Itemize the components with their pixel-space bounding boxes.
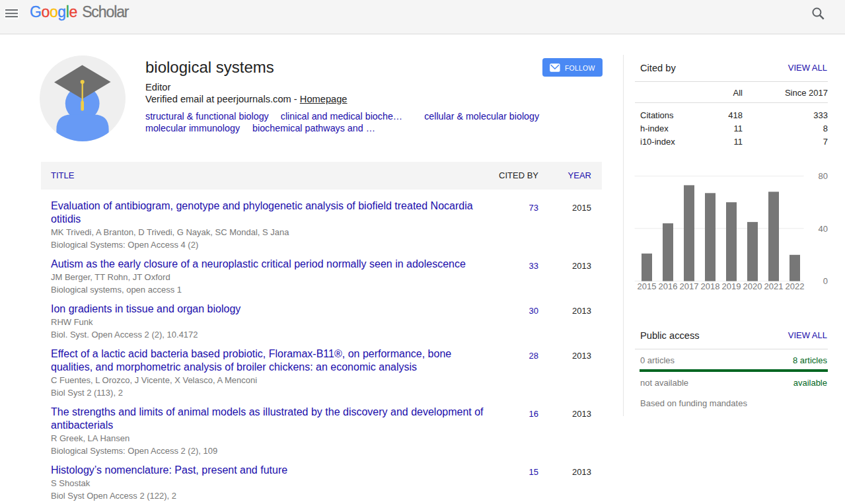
svg-text:2021: 2021 [764,281,784,291]
svg-text:2020: 2020 [743,281,762,291]
svg-text:80: 80 [819,171,828,181]
svg-text:2022: 2022 [786,281,805,291]
svg-text:2019: 2019 [722,281,741,291]
svg-text:2016: 2016 [659,281,678,291]
svg-text:2015: 2015 [638,281,657,291]
svg-text:0: 0 [823,276,828,286]
svg-text:2017: 2017 [680,281,699,291]
svg-text:40: 40 [819,224,828,234]
svg-text:2018: 2018 [701,281,720,291]
